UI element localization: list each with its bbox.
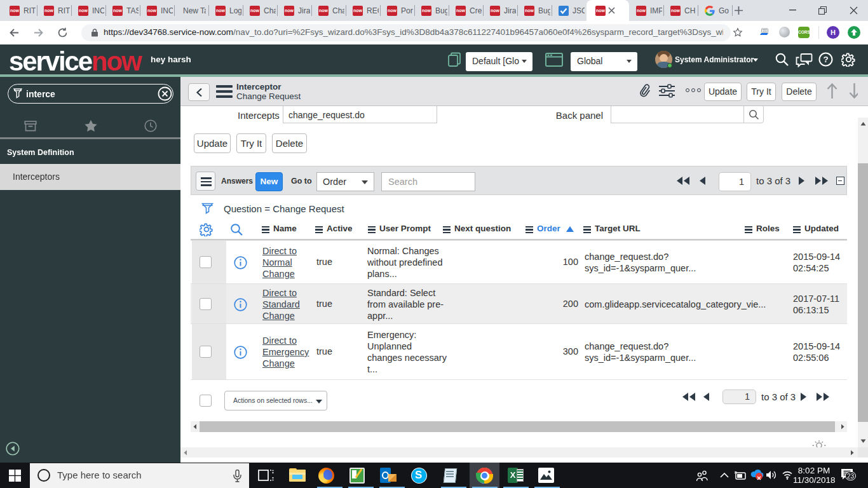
svg-text:?: ? <box>823 55 828 64</box>
